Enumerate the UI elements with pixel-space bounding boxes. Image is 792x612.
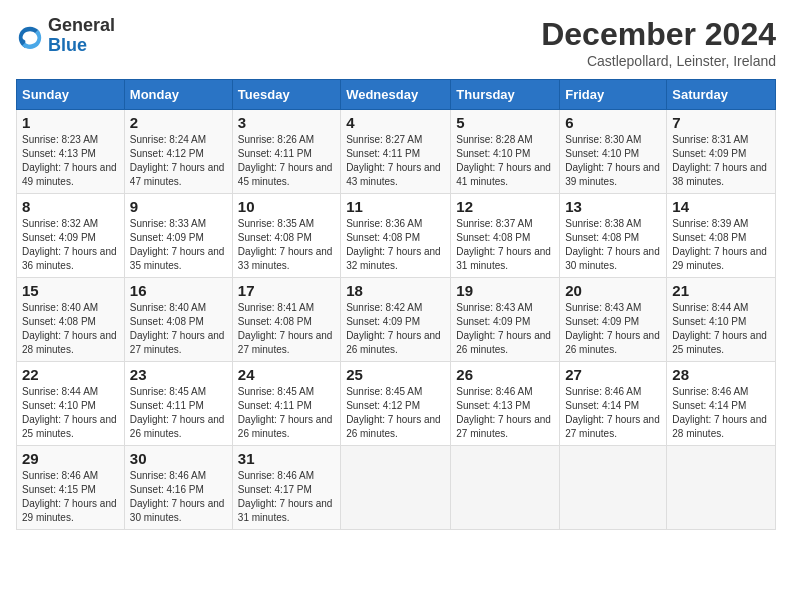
calendar-cell: 15 Sunrise: 8:40 AM Sunset: 4:08 PM Dayl… xyxy=(17,278,125,362)
day-number: 15 xyxy=(22,282,119,299)
day-info: Sunrise: 8:26 AM Sunset: 4:11 PM Dayligh… xyxy=(238,133,335,189)
logo-text: General Blue xyxy=(48,16,115,56)
calendar-cell: 3 Sunrise: 8:26 AM Sunset: 4:11 PM Dayli… xyxy=(232,110,340,194)
day-info: Sunrise: 8:32 AM Sunset: 4:09 PM Dayligh… xyxy=(22,217,119,273)
calendar-cell: 24 Sunrise: 8:45 AM Sunset: 4:11 PM Dayl… xyxy=(232,362,340,446)
day-info: Sunrise: 8:46 AM Sunset: 4:14 PM Dayligh… xyxy=(565,385,661,441)
day-info: Sunrise: 8:44 AM Sunset: 4:10 PM Dayligh… xyxy=(672,301,770,357)
calendar-cell: 29 Sunrise: 8:46 AM Sunset: 4:15 PM Dayl… xyxy=(17,446,125,530)
calendar-cell: 8 Sunrise: 8:32 AM Sunset: 4:09 PM Dayli… xyxy=(17,194,125,278)
calendar-cell: 5 Sunrise: 8:28 AM Sunset: 4:10 PM Dayli… xyxy=(451,110,560,194)
weekday-header-friday: Friday xyxy=(560,80,667,110)
calendar-cell: 22 Sunrise: 8:44 AM Sunset: 4:10 PM Dayl… xyxy=(17,362,125,446)
calendar-cell: 2 Sunrise: 8:24 AM Sunset: 4:12 PM Dayli… xyxy=(124,110,232,194)
day-number: 1 xyxy=(22,114,119,131)
day-number: 25 xyxy=(346,366,445,383)
calendar-cell: 4 Sunrise: 8:27 AM Sunset: 4:11 PM Dayli… xyxy=(341,110,451,194)
calendar-week-row: 22 Sunrise: 8:44 AM Sunset: 4:10 PM Dayl… xyxy=(17,362,776,446)
day-number: 30 xyxy=(130,450,227,467)
day-number: 9 xyxy=(130,198,227,215)
day-info: Sunrise: 8:46 AM Sunset: 4:17 PM Dayligh… xyxy=(238,469,335,525)
day-info: Sunrise: 8:35 AM Sunset: 4:08 PM Dayligh… xyxy=(238,217,335,273)
calendar-cell xyxy=(341,446,451,530)
day-info: Sunrise: 8:23 AM Sunset: 4:13 PM Dayligh… xyxy=(22,133,119,189)
day-info: Sunrise: 8:45 AM Sunset: 4:11 PM Dayligh… xyxy=(130,385,227,441)
day-info: Sunrise: 8:24 AM Sunset: 4:12 PM Dayligh… xyxy=(130,133,227,189)
day-info: Sunrise: 8:31 AM Sunset: 4:09 PM Dayligh… xyxy=(672,133,770,189)
calendar-week-row: 15 Sunrise: 8:40 AM Sunset: 4:08 PM Dayl… xyxy=(17,278,776,362)
day-number: 19 xyxy=(456,282,554,299)
calendar-cell: 28 Sunrise: 8:46 AM Sunset: 4:14 PM Dayl… xyxy=(667,362,776,446)
day-number: 10 xyxy=(238,198,335,215)
day-info: Sunrise: 8:30 AM Sunset: 4:10 PM Dayligh… xyxy=(565,133,661,189)
calendar-cell: 26 Sunrise: 8:46 AM Sunset: 4:13 PM Dayl… xyxy=(451,362,560,446)
weekday-header-row: SundayMondayTuesdayWednesdayThursdayFrid… xyxy=(17,80,776,110)
weekday-header-tuesday: Tuesday xyxy=(232,80,340,110)
calendar-cell: 12 Sunrise: 8:37 AM Sunset: 4:08 PM Dayl… xyxy=(451,194,560,278)
day-number: 13 xyxy=(565,198,661,215)
month-title: December 2024 xyxy=(541,16,776,53)
day-info: Sunrise: 8:44 AM Sunset: 4:10 PM Dayligh… xyxy=(22,385,119,441)
day-number: 14 xyxy=(672,198,770,215)
day-info: Sunrise: 8:39 AM Sunset: 4:08 PM Dayligh… xyxy=(672,217,770,273)
day-info: Sunrise: 8:40 AM Sunset: 4:08 PM Dayligh… xyxy=(22,301,119,357)
day-number: 29 xyxy=(22,450,119,467)
calendar-cell: 9 Sunrise: 8:33 AM Sunset: 4:09 PM Dayli… xyxy=(124,194,232,278)
calendar-cell: 23 Sunrise: 8:45 AM Sunset: 4:11 PM Dayl… xyxy=(124,362,232,446)
day-info: Sunrise: 8:42 AM Sunset: 4:09 PM Dayligh… xyxy=(346,301,445,357)
day-info: Sunrise: 8:27 AM Sunset: 4:11 PM Dayligh… xyxy=(346,133,445,189)
calendar-cell: 31 Sunrise: 8:46 AM Sunset: 4:17 PM Dayl… xyxy=(232,446,340,530)
day-number: 11 xyxy=(346,198,445,215)
day-number: 2 xyxy=(130,114,227,131)
logo: General Blue xyxy=(16,16,115,56)
weekday-header-sunday: Sunday xyxy=(17,80,125,110)
day-info: Sunrise: 8:46 AM Sunset: 4:13 PM Dayligh… xyxy=(456,385,554,441)
day-number: 8 xyxy=(22,198,119,215)
day-info: Sunrise: 8:43 AM Sunset: 4:09 PM Dayligh… xyxy=(565,301,661,357)
day-info: Sunrise: 8:36 AM Sunset: 4:08 PM Dayligh… xyxy=(346,217,445,273)
day-number: 28 xyxy=(672,366,770,383)
day-number: 5 xyxy=(456,114,554,131)
day-number: 6 xyxy=(565,114,661,131)
calendar-cell: 14 Sunrise: 8:39 AM Sunset: 4:08 PM Dayl… xyxy=(667,194,776,278)
calendar-cell xyxy=(451,446,560,530)
day-info: Sunrise: 8:28 AM Sunset: 4:10 PM Dayligh… xyxy=(456,133,554,189)
day-number: 22 xyxy=(22,366,119,383)
day-number: 23 xyxy=(130,366,227,383)
page-header: General Blue December 2024 Castlepollard… xyxy=(16,16,776,69)
calendar-week-row: 8 Sunrise: 8:32 AM Sunset: 4:09 PM Dayli… xyxy=(17,194,776,278)
calendar-cell xyxy=(667,446,776,530)
day-info: Sunrise: 8:45 AM Sunset: 4:12 PM Dayligh… xyxy=(346,385,445,441)
day-info: Sunrise: 8:43 AM Sunset: 4:09 PM Dayligh… xyxy=(456,301,554,357)
calendar-cell: 25 Sunrise: 8:45 AM Sunset: 4:12 PM Dayl… xyxy=(341,362,451,446)
day-number: 4 xyxy=(346,114,445,131)
calendar-cell: 16 Sunrise: 8:40 AM Sunset: 4:08 PM Dayl… xyxy=(124,278,232,362)
calendar-table: SundayMondayTuesdayWednesdayThursdayFrid… xyxy=(16,79,776,530)
day-number: 31 xyxy=(238,450,335,467)
calendar-cell: 13 Sunrise: 8:38 AM Sunset: 4:08 PM Dayl… xyxy=(560,194,667,278)
calendar-cell: 27 Sunrise: 8:46 AM Sunset: 4:14 PM Dayl… xyxy=(560,362,667,446)
day-info: Sunrise: 8:33 AM Sunset: 4:09 PM Dayligh… xyxy=(130,217,227,273)
day-info: Sunrise: 8:46 AM Sunset: 4:15 PM Dayligh… xyxy=(22,469,119,525)
day-info: Sunrise: 8:46 AM Sunset: 4:16 PM Dayligh… xyxy=(130,469,227,525)
calendar-cell: 18 Sunrise: 8:42 AM Sunset: 4:09 PM Dayl… xyxy=(341,278,451,362)
weekday-header-thursday: Thursday xyxy=(451,80,560,110)
day-number: 26 xyxy=(456,366,554,383)
day-number: 20 xyxy=(565,282,661,299)
day-number: 12 xyxy=(456,198,554,215)
day-info: Sunrise: 8:45 AM Sunset: 4:11 PM Dayligh… xyxy=(238,385,335,441)
day-number: 16 xyxy=(130,282,227,299)
calendar-cell: 17 Sunrise: 8:41 AM Sunset: 4:08 PM Dayl… xyxy=(232,278,340,362)
calendar-cell: 20 Sunrise: 8:43 AM Sunset: 4:09 PM Dayl… xyxy=(560,278,667,362)
day-number: 21 xyxy=(672,282,770,299)
calendar-cell: 30 Sunrise: 8:46 AM Sunset: 4:16 PM Dayl… xyxy=(124,446,232,530)
calendar-cell: 6 Sunrise: 8:30 AM Sunset: 4:10 PM Dayli… xyxy=(560,110,667,194)
logo-icon xyxy=(16,22,44,50)
day-number: 7 xyxy=(672,114,770,131)
calendar-cell: 21 Sunrise: 8:44 AM Sunset: 4:10 PM Dayl… xyxy=(667,278,776,362)
weekday-header-wednesday: Wednesday xyxy=(341,80,451,110)
weekday-header-saturday: Saturday xyxy=(667,80,776,110)
day-number: 17 xyxy=(238,282,335,299)
calendar-cell: 11 Sunrise: 8:36 AM Sunset: 4:08 PM Dayl… xyxy=(341,194,451,278)
calendar-week-row: 1 Sunrise: 8:23 AM Sunset: 4:13 PM Dayli… xyxy=(17,110,776,194)
